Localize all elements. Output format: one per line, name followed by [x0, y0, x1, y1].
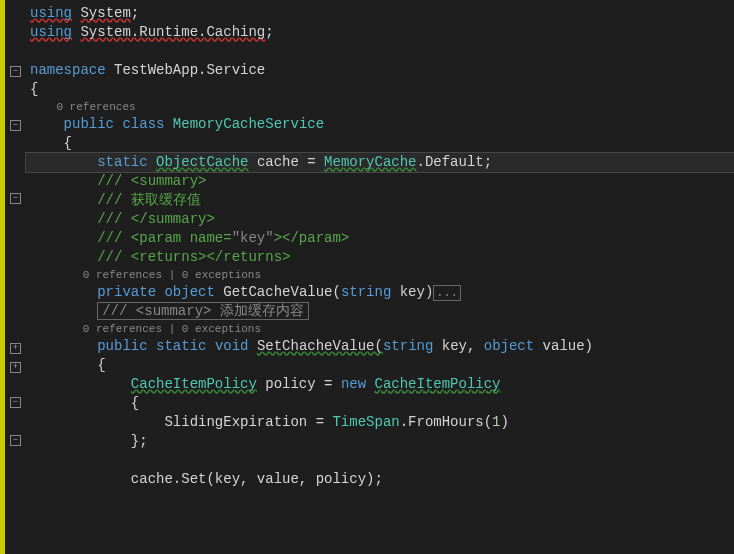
fold-toggle-icon[interactable]: −: [10, 435, 21, 446]
code-line[interactable]: {: [26, 80, 734, 99]
code-line[interactable]: {: [26, 394, 734, 413]
code-line[interactable]: /// </summary>: [26, 210, 734, 229]
code-line[interactable]: {: [26, 134, 734, 153]
code-line[interactable]: [26, 42, 734, 61]
code-line-current[interactable]: static ObjectCache cache = MemoryCache.D…: [26, 153, 734, 172]
code-line[interactable]: private object GetCacheValue(string key)…: [26, 283, 734, 302]
gutter: − − − + + − −: [0, 0, 26, 554]
codelens[interactable]: 0 references | 0 exceptions: [26, 267, 734, 283]
fold-toggle-icon[interactable]: −: [10, 397, 21, 408]
code-line[interactable]: /// <summary>: [26, 172, 734, 191]
collapsed-summary[interactable]: /// <summary> 添加缓存内容: [97, 302, 309, 320]
collapsed-region-icon[interactable]: ...: [433, 285, 461, 301]
code-line[interactable]: using System.Runtime.Caching;: [26, 23, 734, 42]
fold-toggle-icon[interactable]: −: [10, 193, 21, 204]
code-line[interactable]: /// 获取缓存值: [26, 191, 734, 210]
code-line[interactable]: cache.Set(key, value, policy);: [26, 470, 734, 489]
code-line[interactable]: using System;: [26, 4, 734, 23]
code-text-area[interactable]: using System; using System.Runtime.Cachi…: [26, 0, 734, 554]
code-line[interactable]: };: [26, 432, 734, 451]
code-line[interactable]: /// <summary> 添加缓存内容: [26, 302, 734, 321]
code-line[interactable]: /// <returns></returns>: [26, 248, 734, 267]
fold-toggle-icon[interactable]: +: [10, 362, 21, 373]
code-line[interactable]: public static void SetChacheValue(string…: [26, 337, 734, 356]
code-line[interactable]: [26, 451, 734, 470]
code-line[interactable]: /// <param name="key"></param>: [26, 229, 734, 248]
change-indicator: [0, 0, 5, 554]
fold-toggle-icon[interactable]: +: [10, 343, 21, 354]
code-line[interactable]: {: [26, 356, 734, 375]
codelens[interactable]: 0 references | 0 exceptions: [26, 321, 734, 337]
code-line[interactable]: CacheItemPolicy policy = new CacheItemPo…: [26, 375, 734, 394]
code-line[interactable]: public class MemoryCacheService: [26, 115, 734, 134]
fold-column: − − − + + − −: [10, 0, 24, 554]
fold-toggle-icon[interactable]: −: [10, 120, 21, 131]
code-editor[interactable]: − − − + + − − using System; using System…: [0, 0, 734, 554]
code-line[interactable]: SlidingExpiration = TimeSpan.FromHours(1…: [26, 413, 734, 432]
codelens[interactable]: 0 references: [26, 99, 734, 115]
code-line[interactable]: namespace TestWebApp.Service: [26, 61, 734, 80]
fold-toggle-icon[interactable]: −: [10, 66, 21, 77]
